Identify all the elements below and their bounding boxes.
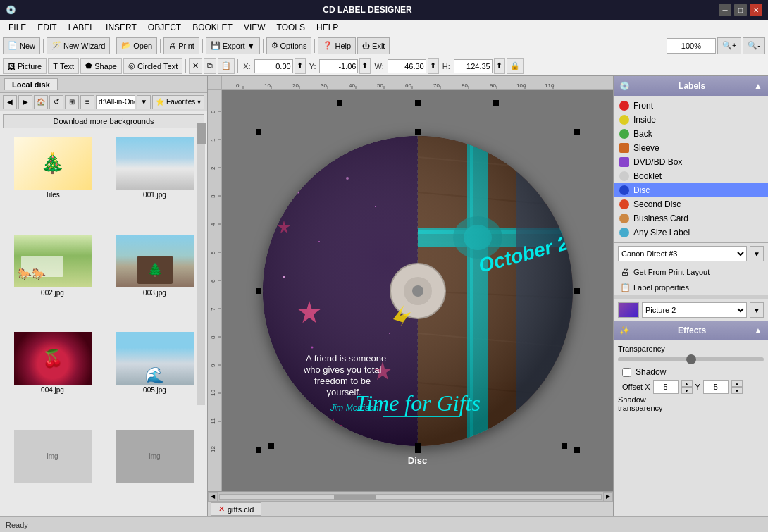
printer-dropdown-btn[interactable]: ▼: [750, 246, 764, 261]
thumb-tiles[interactable]: 🎄 Tiles: [3, 134, 102, 229]
h-label: H:: [440, 62, 452, 70]
copy-tool[interactable]: ⧉: [204, 58, 216, 74]
left-scrollbar[interactable]: [197, 123, 205, 405]
label-second-disc[interactable]: Second Disc: [614, 197, 768, 211]
offset-x-up[interactable]: ▲: [681, 380, 693, 387]
offset-y-input[interactable]: [703, 380, 729, 394]
scroll-right-arrow[interactable]: ▶: [603, 492, 613, 502]
forward-button[interactable]: ▶: [18, 95, 32, 109]
menu-object[interactable]: OBJECT: [142, 21, 187, 34]
label-sleeve[interactable]: Sleeve: [614, 141, 768, 155]
scroll-left-arrow[interactable]: ◀: [208, 492, 218, 502]
path-dropdown-button[interactable]: ▼: [137, 95, 151, 109]
home-button[interactable]: 🏠: [34, 95, 48, 109]
left-scroll-thumb[interactable]: [197, 123, 206, 144]
w-input[interactable]: [388, 59, 426, 73]
menu-booklet[interactable]: BOOKLET: [187, 21, 238, 34]
menu-file[interactable]: FILE: [3, 21, 32, 34]
effects-collapse[interactable]: ▲: [754, 326, 762, 335]
download-backgrounds-button[interactable]: Download more backgrounds: [3, 114, 204, 128]
transparency-thumb[interactable]: [686, 354, 696, 364]
transparency-slider[interactable]: [618, 357, 764, 361]
y-spin[interactable]: ⬆: [359, 58, 371, 74]
main-canvas[interactable]: October 23 A friend is someone who gives…: [222, 90, 613, 491]
offset-y-up[interactable]: ▲: [731, 380, 743, 387]
label-disc[interactable]: Disc: [614, 183, 768, 197]
local-disk-tab[interactable]: Local disk: [4, 78, 58, 90]
grid-view-button[interactable]: ⊞: [65, 95, 79, 109]
print-button[interactable]: 🖨 Print: [163, 37, 199, 54]
delete-tool[interactable]: ✕: [189, 58, 202, 74]
menu-tools[interactable]: TOOLS: [271, 21, 311, 34]
offset-x-input[interactable]: [653, 380, 679, 394]
new-wizard-button[interactable]: 🪄 New Wizard: [47, 37, 110, 54]
scroll-thumb[interactable]: [334, 495, 376, 500]
options-button[interactable]: ⚙ Options: [266, 37, 312, 54]
y-coord-input[interactable]: [319, 59, 358, 73]
text-tool[interactable]: T Text: [48, 58, 79, 74]
zoom-out-button[interactable]: 🔍-: [743, 37, 765, 54]
label-front[interactable]: Front: [614, 99, 768, 113]
thumb-005[interactable]: 🌊 005.jpg: [105, 329, 204, 424]
label-inside[interactable]: Inside: [614, 113, 768, 127]
disc-image[interactable]: October 23 A friend is someone who gives…: [263, 136, 573, 446]
back-button[interactable]: ◀: [3, 95, 17, 109]
thumb-001[interactable]: 001.jpg: [105, 134, 204, 229]
x-spin[interactable]: ⬆: [295, 58, 306, 74]
labels-collapse[interactable]: ▲: [754, 81, 762, 91]
label-any-size[interactable]: Any Size Label: [614, 225, 768, 240]
thumb-extra1[interactable]: img: [3, 427, 102, 514]
reload-button[interactable]: ↺: [49, 95, 63, 109]
favorites-button[interactable]: ⭐ Favorites ▾: [152, 95, 204, 109]
menu-insert[interactable]: INSERT: [100, 21, 142, 34]
picture-tool[interactable]: 🖼 Picture: [3, 58, 47, 74]
svg-text:30: 30: [321, 82, 327, 89]
get-print-layout-row[interactable]: 🖨 Get From Print Layout: [614, 264, 768, 280]
maximize-button[interactable]: □: [734, 4, 747, 16]
menu-view[interactable]: VIEW: [238, 21, 271, 34]
help-button[interactable]: ❓ Help: [318, 37, 356, 54]
h-input[interactable]: [454, 59, 493, 73]
list-view-button[interactable]: ≡: [80, 95, 94, 109]
file-tab[interactable]: ✕ gifts.cld: [211, 502, 261, 516]
label-back[interactable]: Back: [614, 127, 768, 141]
picture-dropdown-btn[interactable]: ▼: [750, 302, 764, 318]
thumb-002[interactable]: 🐎🐎 002.jpg: [3, 232, 102, 327]
x-coord-input[interactable]: [254, 59, 293, 73]
handle-tm: [415, 100, 421, 106]
svg-text:8: 8: [210, 335, 216, 339]
shape-tool[interactable]: ⬟ Shape: [80, 58, 122, 74]
menu-edit[interactable]: EDIT: [32, 21, 62, 34]
new-button[interactable]: 📄 New: [3, 37, 40, 54]
label-business-card[interactable]: Business Card: [614, 211, 768, 225]
minimize-button[interactable]: ─: [719, 4, 731, 16]
label-booklet[interactable]: Booklet: [614, 169, 768, 183]
export-button[interactable]: 💾 Export ▼: [206, 37, 260, 54]
label-dvd[interactable]: DVD/BD Box: [614, 155, 768, 169]
offset-y-down[interactable]: ▼: [731, 387, 743, 394]
h-spin[interactable]: ⬆: [494, 58, 505, 74]
shadow-label: Shadow: [636, 367, 666, 377]
thumb-extra2[interactable]: img: [105, 427, 204, 514]
picture-select[interactable]: Picture 2: [642, 302, 747, 318]
close-button[interactable]: ✕: [750, 4, 762, 16]
close-tab-icon[interactable]: ✕: [218, 505, 225, 514]
zoom-in-button[interactable]: 🔍+: [717, 37, 741, 54]
open-button[interactable]: 📂 Open: [116, 37, 157, 54]
thumb-003[interactable]: 🌲 003.jpg: [105, 232, 204, 327]
printer-select[interactable]: Canon Direct #3: [618, 246, 747, 261]
horizontal-scrollbar[interactable]: ◀ ▶: [208, 491, 613, 501]
circled-text-tool[interactable]: ◎ Circled Text: [123, 58, 182, 74]
scroll-track[interactable]: [219, 494, 602, 500]
exit-button[interactable]: ⏻ Exit: [357, 37, 390, 54]
paste-tool[interactable]: 📋: [218, 58, 235, 74]
thumb-004[interactable]: 🍒 004.jpg: [3, 329, 102, 424]
menu-help[interactable]: HELP: [311, 21, 344, 34]
menu-label[interactable]: LABEL: [63, 21, 100, 34]
offset-x-down[interactable]: ▼: [681, 387, 693, 394]
disc-handle-tm: [415, 129, 421, 135]
shadow-checkbox[interactable]: [622, 368, 631, 377]
lock-btn[interactable]: 🔒: [507, 58, 524, 74]
label-properties-row[interactable]: 📋 Label properties: [614, 280, 768, 295]
w-spin[interactable]: ⬆: [428, 58, 439, 74]
